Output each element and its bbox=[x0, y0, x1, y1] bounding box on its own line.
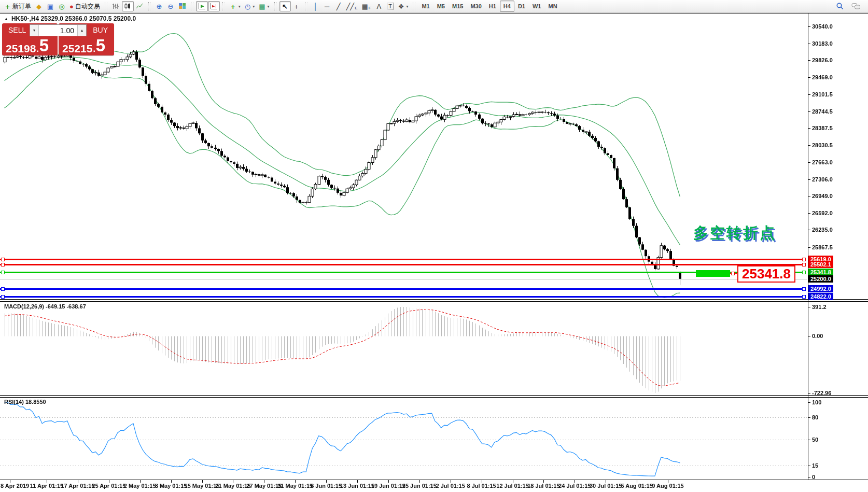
templates-dropdown-arrow[interactable]: ▾ bbox=[268, 4, 270, 9]
line-chart-button[interactable] bbox=[134, 1, 146, 11]
collapse-icon[interactable]: ▲ bbox=[4, 17, 8, 21]
cursor-icon: ↖ bbox=[282, 3, 288, 10]
timeframe-d1-button[interactable]: D1 bbox=[514, 1, 529, 12]
vertical-line-icon: │ bbox=[313, 3, 317, 10]
chart-shift-button[interactable] bbox=[208, 1, 220, 11]
time-axis-label: 8 Apr 2019 bbox=[1, 483, 29, 489]
auto-scroll-button[interactable] bbox=[196, 1, 208, 11]
timeframe-h4-button[interactable]: H4 bbox=[500, 1, 514, 12]
vertical-line-button[interactable]: │ bbox=[310, 1, 321, 11]
arrows-dropdown-arrow[interactable]: ▾ bbox=[406, 4, 408, 9]
time-axis-label: 21 May 01:15 bbox=[215, 483, 250, 489]
time-axis-label: 9 Aug 01:15 bbox=[652, 483, 683, 489]
y-axis-tick: 29469.0 bbox=[812, 74, 833, 80]
buy-price: 25215 . 5 bbox=[62, 37, 105, 54]
indicators-icon: ＋ bbox=[230, 3, 236, 10]
timeframe-mn-button[interactable]: MN bbox=[544, 1, 561, 12]
rsi-axis-tick: 50 bbox=[812, 437, 818, 443]
autotrading-button[interactable]: ●自动交易 bbox=[67, 1, 102, 11]
indicators-dropdown-arrow[interactable]: ▾ bbox=[239, 4, 241, 9]
zoom-out-icon: ⊖ bbox=[167, 3, 173, 10]
timeframe-m30-button[interactable]: M30 bbox=[467, 1, 485, 12]
rsi-axis-tick: 15 bbox=[812, 462, 818, 469]
chart-window-button[interactable]: ▣ bbox=[45, 1, 56, 11]
arrows-button[interactable]: ❖▾ bbox=[396, 1, 411, 11]
crosshair-icon: ＋ bbox=[293, 3, 300, 10]
toolbar: ＋新订单◆▣◎●自动交易⊕⊖＋▾◷▾▤▾↖＋│─╱╱╱E▦FAT❖▾M1M5M1… bbox=[0, 0, 868, 13]
new-chart-icon: ◆ bbox=[36, 3, 41, 10]
new-order-button[interactable]: ＋新订单 bbox=[2, 1, 33, 11]
zoom-in-icon: ⊕ bbox=[156, 3, 162, 10]
price-line-badge: 24992.0 bbox=[808, 285, 833, 292]
bar-chart-button[interactable] bbox=[110, 1, 122, 11]
volume-input[interactable]: 1.00 bbox=[39, 25, 77, 36]
time-axis-label: 17 Apr 01:15 bbox=[61, 483, 94, 489]
new-order-label: 新订单 bbox=[12, 2, 31, 11]
timeframe-m5-button[interactable]: M5 bbox=[433, 1, 449, 12]
y-axis-tick: 25867.5 bbox=[812, 244, 833, 250]
price-chart-canvas[interactable] bbox=[0, 0, 868, 492]
toolbar-right-group bbox=[834, 1, 866, 11]
timeframe-m15-button[interactable]: M15 bbox=[449, 1, 467, 12]
tile-windows-button[interactable] bbox=[176, 1, 188, 11]
signals-button[interactable]: ◎ bbox=[56, 1, 67, 11]
chat-button[interactable] bbox=[849, 1, 863, 11]
zoom-out-button[interactable]: ⊖ bbox=[165, 1, 176, 11]
toolbar-separator bbox=[305, 2, 307, 10]
periods-button[interactable]: ◷▾ bbox=[243, 1, 257, 11]
volume-decrease-button[interactable]: ▾ bbox=[30, 25, 39, 36]
buy-button[interactable]: BUY bbox=[93, 26, 108, 34]
templates-button[interactable]: ▤▾ bbox=[257, 1, 271, 11]
equidistant-channel-button[interactable]: ╱╱E bbox=[344, 1, 360, 11]
sell-price-frac: 5 bbox=[39, 37, 49, 54]
fibonacci-button[interactable]: ▦F bbox=[360, 1, 373, 11]
time-axis-label: 19 Jun 01:15 bbox=[371, 483, 405, 489]
timeframe-w1-button[interactable]: W1 bbox=[529, 1, 545, 12]
equidistant-channel-icon: ╱╱ bbox=[346, 3, 355, 10]
sell-button[interactable]: SELL bbox=[8, 26, 26, 34]
periods-dropdown-arrow[interactable]: ▾ bbox=[253, 4, 255, 9]
indicators-button[interactable]: ＋▾ bbox=[228, 1, 243, 11]
time-axis-label: 6 Jun 01:15 bbox=[311, 483, 342, 489]
toolbar-separator bbox=[222, 2, 225, 10]
toolbar-separator bbox=[274, 2, 277, 10]
text-button[interactable]: A bbox=[373, 1, 385, 11]
rsi-axis-tick: 80 bbox=[812, 414, 818, 420]
toolbar-separator bbox=[191, 2, 193, 10]
one-click-trading-panel: SELL 25198 . 5 BUY 25215 . 5 ▾ 1.00 ▴ bbox=[2, 23, 114, 55]
buy-price-main: 25215 bbox=[62, 43, 92, 54]
equidistant-channel-subscript: E bbox=[355, 5, 357, 11]
timeframe-h1-button[interactable]: H1 bbox=[485, 1, 500, 12]
time-axis-label: 25 Jun 01:15 bbox=[402, 483, 437, 489]
text-label-button[interactable]: T bbox=[385, 1, 396, 11]
buy-price-dot: . bbox=[93, 45, 95, 53]
y-axis-tick: 27663.0 bbox=[812, 159, 833, 165]
y-axis-tick: 29101.5 bbox=[812, 91, 833, 97]
arrows-icon: ❖ bbox=[398, 3, 404, 10]
macd-axis-tick: 0.00 bbox=[812, 333, 823, 339]
y-axis-tick: 30540.0 bbox=[812, 23, 833, 30]
y-axis-tick: 26949.0 bbox=[812, 193, 833, 199]
volume-increase-button[interactable]: ▴ bbox=[77, 25, 86, 36]
timeframe-m1-button[interactable]: M1 bbox=[418, 1, 433, 12]
trendline-button[interactable]: ╱ bbox=[333, 1, 344, 11]
line-chart-icon bbox=[136, 3, 144, 10]
y-axis-tick: 28387.5 bbox=[812, 125, 833, 131]
price-line-badge: 25341.8 bbox=[808, 269, 833, 276]
zoom-in-button[interactable]: ⊕ bbox=[153, 1, 165, 11]
y-axis-tick: 28744.5 bbox=[812, 108, 833, 115]
search-button[interactable] bbox=[834, 1, 846, 11]
cursor-button[interactable]: ↖ bbox=[279, 1, 291, 11]
search-icon bbox=[836, 2, 844, 10]
chart-title: ▲ HK50-,H4 25329.0 25366.0 25070.5 25200… bbox=[4, 15, 136, 22]
time-axis-label: 2 May 01:15 bbox=[124, 483, 156, 489]
candlestick-chart-button[interactable] bbox=[122, 1, 134, 11]
new-chart-button[interactable]: ◆ bbox=[33, 1, 45, 11]
time-axis-label: 24 Jul 01:15 bbox=[558, 483, 591, 489]
time-axis-label: 15 May 01:15 bbox=[185, 483, 220, 489]
time-axis-label: 18 Jul 01:15 bbox=[527, 483, 559, 489]
text-icon: A bbox=[376, 3, 381, 10]
autotrading-label: 自动交易 bbox=[75, 2, 100, 11]
crosshair-button[interactable]: ＋ bbox=[291, 1, 302, 11]
horizontal-line-button[interactable]: ─ bbox=[321, 1, 333, 11]
